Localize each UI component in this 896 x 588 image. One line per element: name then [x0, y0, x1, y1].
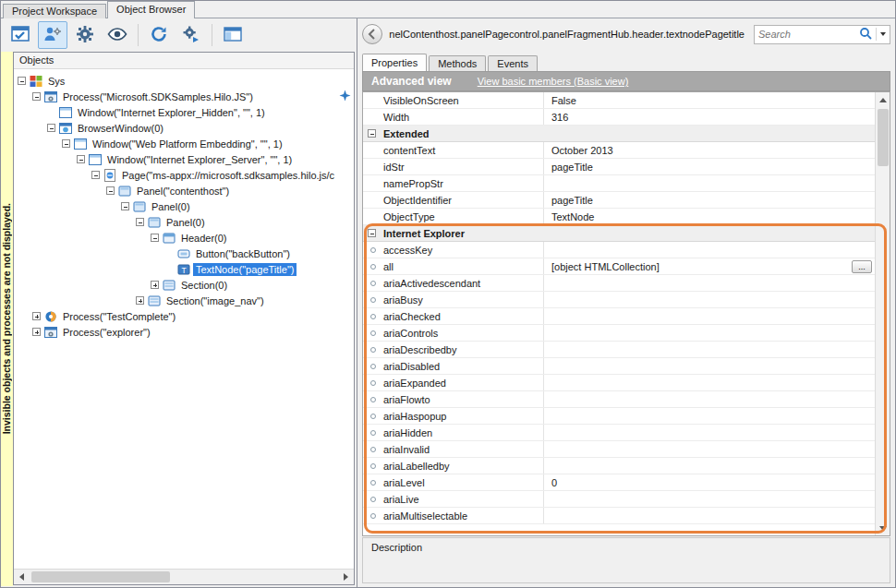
tree-item[interactable]: Process("TestComplete") [14, 308, 354, 324]
collapse-icon[interactable] [47, 124, 55, 132]
property-marker-icon [370, 397, 376, 402]
collapse-icon[interactable] [151, 234, 159, 242]
property-row[interactable]: contentTextOctober 2013 [363, 142, 875, 159]
expand-icon[interactable] [151, 281, 159, 289]
tree-item[interactable]: TTextNode("pageTitle") [14, 261, 354, 277]
view-eye-icon [107, 25, 127, 46]
collapse-icon[interactable] [136, 218, 144, 226]
property-row[interactable]: idStrpageTitle [363, 159, 875, 175]
property-group-header[interactable]: Internet Explorer [363, 225, 875, 242]
back-button[interactable] [362, 24, 382, 44]
property-row[interactable]: ariaExpanded [363, 375, 875, 391]
scroll-right-button[interactable] [338, 570, 354, 584]
tree-item[interactable]: Section("image_nav") [14, 293, 354, 308]
property-row[interactable]: ariaLevel0 [363, 474, 875, 491]
property-row[interactable]: ariaDescribedby [363, 342, 875, 358]
tree-item[interactable]: Window("Internet Explorer_Hidden", "", 1… [14, 104, 354, 120]
tree-item[interactable]: Panel(0) [14, 214, 354, 230]
tab-methods[interactable]: Methods [429, 55, 486, 71]
property-row[interactable]: ariaFlowto [363, 391, 875, 408]
property-row[interactable]: ariaLive [363, 491, 875, 508]
scroll-down-button[interactable] [876, 521, 890, 535]
property-name: contentText [383, 145, 435, 156]
property-name: ariaLive [383, 494, 419, 505]
expand-icon[interactable] [32, 312, 41, 320]
property-row[interactable]: ObjectIdentifierpageTitle [363, 192, 875, 209]
property-name: ariaBusy [383, 294, 423, 306]
scroll-up-button[interactable] [876, 92, 890, 107]
property-row[interactable]: accessKey [363, 242, 875, 258]
tab-project-workspace[interactable]: Project Workspace [3, 4, 106, 18]
search-icon[interactable] [859, 27, 872, 42]
property-row[interactable]: ariaHidden [363, 425, 875, 441]
highlight-object-button[interactable] [6, 21, 35, 49]
collapse-icon[interactable] [121, 202, 129, 210]
search-divider [876, 28, 877, 41]
tree-item-label: Process("explorer") [60, 326, 153, 339]
tree-item[interactable]: Panel(0) [14, 198, 354, 214]
property-row[interactable]: ariaDisabled [363, 358, 875, 375]
tree-item[interactable]: BrowserWindow(0) [14, 120, 354, 136]
view-eye-button[interactable] [103, 21, 132, 49]
search-input[interactable] [758, 29, 855, 40]
tab-properties[interactable]: Properties [362, 54, 427, 71]
collapse-icon[interactable] [77, 155, 85, 163]
search-box[interactable] [754, 25, 890, 44]
property-row[interactable]: ariaInvalid [363, 441, 875, 458]
property-row[interactable]: Width316 [363, 109, 875, 126]
tree-item[interactable]: Window("Web Platform Embedding", "", 1) [14, 136, 354, 151]
expand-icon[interactable] [136, 296, 144, 305]
collapse-icon[interactable] [106, 186, 115, 195]
tree-item[interactable]: Page("ms-appx://microsoft.sdksamples.hil… [14, 167, 354, 183]
refresh-button[interactable] [144, 21, 174, 49]
settings-gear-button[interactable] [70, 21, 100, 49]
tree-item[interactable]: Sys [14, 73, 354, 89]
ellipsis-button[interactable]: ... [852, 260, 872, 273]
property-row[interactable]: ariaChecked [363, 308, 875, 325]
tree-item[interactable]: Panel("contenthost") [14, 183, 354, 198]
property-group-header[interactable]: Extended [363, 126, 875, 142]
tree-item[interactable]: Header(0) [14, 230, 354, 246]
tree-item[interactable]: Process("explorer") [14, 324, 354, 340]
property-value: 316 [551, 112, 568, 123]
tree-item-label: Panel("contenthost") [134, 185, 232, 198]
run-gear-button[interactable] [176, 21, 206, 49]
panels-layout-button[interactable] [218, 21, 248, 49]
expand-icon[interactable] [32, 328, 41, 336]
collapse-icon[interactable] [62, 139, 70, 148]
collapse-icon[interactable] [368, 129, 376, 138]
property-row[interactable]: all[object HTMLCollection]... [363, 258, 875, 275]
object-path[interactable]: nelContenthost.panelPagecontrol.panelFra… [388, 25, 748, 43]
property-row[interactable]: ariaControls [363, 325, 875, 342]
scroll-left-button[interactable] [14, 570, 30, 584]
horizontal-scrollbar[interactable] [14, 569, 354, 584]
tab-object-browser[interactable]: Object Browser [107, 1, 195, 18]
vertical-scrollbar[interactable] [875, 92, 890, 535]
property-row[interactable]: ariaHaspopup [363, 408, 875, 425]
collapse-icon[interactable] [368, 229, 376, 237]
property-row[interactable]: ariaMultiselectable [363, 508, 875, 524]
object-spy-button[interactable] [38, 21, 67, 49]
property-row[interactable]: namePropStr [363, 175, 875, 192]
collapse-icon[interactable] [32, 92, 41, 101]
property-row[interactable]: VisibleOnScreenFalse [363, 92, 875, 109]
property-marker-icon [370, 264, 376, 270]
tree-item[interactable]: Section(0) [14, 277, 354, 293]
tree-item[interactable]: Button("backButton") [14, 246, 354, 261]
tab-events[interactable]: Events [488, 55, 538, 71]
tree-item[interactable]: Window("Internet Explorer_Server", "", 1… [14, 151, 354, 167]
group-label: Internet Explorer [383, 228, 465, 239]
tree-item-label: TextNode("pageTitle") [193, 263, 297, 276]
property-row[interactable]: ariaLabelledby [363, 458, 875, 474]
property-row[interactable]: ariaBusy [363, 292, 875, 308]
collapse-icon[interactable] [18, 77, 26, 85]
horizontal-scrollbar-thumb[interactable] [31, 571, 170, 582]
property-marker-icon [370, 513, 376, 519]
vertical-scrollbar-thumb[interactable] [878, 109, 889, 166]
search-dropdown-arrow[interactable] [880, 32, 886, 36]
property-row[interactable]: ObjectTypeTextNode [363, 209, 875, 225]
collapse-icon[interactable] [91, 171, 100, 179]
basic-view-link[interactable]: View basic members (Basic view) [478, 76, 629, 87]
tree-item[interactable]: Process("Microsoft.SDKSamples.Hilo.JS") [14, 89, 354, 104]
property-row[interactable]: ariaActivedescendant [363, 275, 875, 292]
